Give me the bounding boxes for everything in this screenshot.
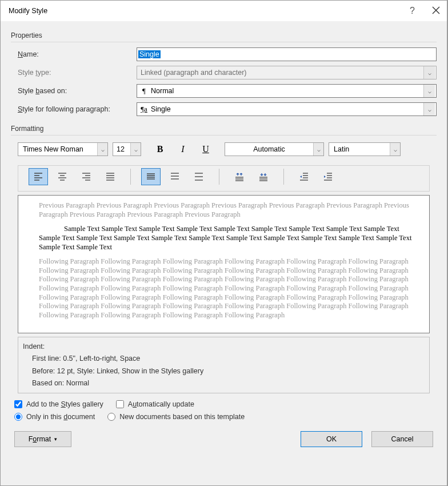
only-this-document-radio[interactable]: Only in this document <box>14 413 95 421</box>
chevron-down-icon[interactable]: ⌵ <box>390 143 400 156</box>
script-dropdown[interactable]: Latin ⌵ <box>329 142 401 156</box>
font-family-dropdown[interactable]: Times New Roman ⌵ <box>18 142 108 156</box>
align-justify-icon <box>105 172 115 182</box>
increase-indent-icon <box>323 172 333 182</box>
based-on-dropdown[interactable]: ¶Normal ⌵ <box>137 84 437 98</box>
help-button[interactable]: ? <box>410 6 415 16</box>
spacing-15-button[interactable] <box>165 168 185 185</box>
style-type-label: Style type: <box>11 69 137 77</box>
pilcrow-icon: ¶ <box>141 86 147 95</box>
preview-following-text: Following Paragraph Following Paragraph … <box>39 257 412 320</box>
formatting-group-label: Formatting <box>11 125 437 133</box>
new-documents-radio[interactable]: New documents based on this template <box>107 413 245 421</box>
space-before-increase-icon <box>234 172 245 182</box>
preview-panel: Previous Paragraph Previous Paragraph Pr… <box>18 195 430 333</box>
align-left-button[interactable] <box>29 168 48 185</box>
format-button[interactable]: Format ▾ <box>14 431 71 447</box>
chevron-down-icon[interactable]: ⌵ <box>423 103 435 115</box>
following-dropdown[interactable]: ¶aSingle ⌵ <box>137 102 437 116</box>
ok-button[interactable]: OK <box>301 431 362 447</box>
cancel-button[interactable]: Cancel <box>371 431 433 447</box>
dropdown-arrow-icon: ▾ <box>54 436 57 442</box>
window-title: Modify Style <box>9 7 47 15</box>
spacing-single-icon <box>146 172 156 182</box>
close-icon <box>432 6 440 14</box>
space-before-decrease-icon <box>258 172 269 182</box>
align-right-button[interactable] <box>77 168 96 185</box>
chevron-down-icon: ⌵ <box>423 66 435 79</box>
linked-style-icon: ¶a <box>141 105 147 114</box>
underline-button[interactable]: U <box>195 141 217 157</box>
spacing-double-icon <box>194 172 204 182</box>
italic-button[interactable]: I <box>172 141 194 157</box>
align-right-icon <box>81 172 91 182</box>
following-label: Style for following paragraph: <box>11 105 137 113</box>
properties-group-label: Properties <box>11 31 437 39</box>
align-justify-button[interactable] <box>101 168 120 185</box>
modify-style-dialog: Modify Style ? Properties Name: Single S… <box>0 0 447 486</box>
chevron-down-icon[interactable]: ⌵ <box>97 143 107 156</box>
spacing-single-button[interactable] <box>141 168 161 185</box>
increase-indent-button[interactable] <box>318 168 338 185</box>
spacing-double-button[interactable] <box>189 168 209 185</box>
close-button[interactable] <box>432 6 440 16</box>
chevron-down-icon[interactable]: ⌵ <box>313 143 323 156</box>
font-size-dropdown[interactable]: 12 ⌵ <box>113 142 141 156</box>
divider <box>11 42 437 42</box>
name-input[interactable]: Single <box>137 47 437 61</box>
style-description: Indent: First line: 0.5", Left-to-right,… <box>18 337 430 393</box>
chevron-down-icon[interactable]: ⌵ <box>130 143 141 156</box>
font-toolbar: Times New Roman ⌵ 12 ⌵ B I U Automatic ⌵… <box>11 140 437 163</box>
preview-sample-text: Sample Text Sample Text Sample Text Samp… <box>39 225 412 252</box>
spacing-15-icon <box>170 172 180 182</box>
chevron-down-icon[interactable]: ⌵ <box>423 85 435 97</box>
bold-button[interactable]: B <box>149 141 171 157</box>
align-center-button[interactable] <box>53 168 72 185</box>
title-bar: Modify Style ? <box>1 1 447 21</box>
font-color-dropdown[interactable]: Automatic ⌵ <box>225 142 324 156</box>
style-type-dropdown: Linked (paragraph and character) ⌵ <box>137 66 437 79</box>
based-on-label: Style based on: <box>11 87 137 95</box>
name-label: Name: <box>11 50 137 58</box>
paragraph-toolbar <box>18 165 430 192</box>
divider <box>11 135 437 136</box>
space-before-increase-button[interactable] <box>230 168 249 185</box>
add-to-gallery-checkbox[interactable]: Add to the Styles gallery <box>14 400 103 408</box>
auto-update-checkbox[interactable]: Automatically update <box>116 400 194 408</box>
decrease-indent-icon <box>299 172 309 182</box>
decrease-indent-button[interactable] <box>294 168 314 185</box>
align-left-icon <box>33 172 43 182</box>
space-before-decrease-button[interactable] <box>254 168 273 185</box>
preview-previous-text: Previous Paragraph Previous Paragraph Pr… <box>39 201 412 219</box>
align-center-icon <box>57 172 67 182</box>
